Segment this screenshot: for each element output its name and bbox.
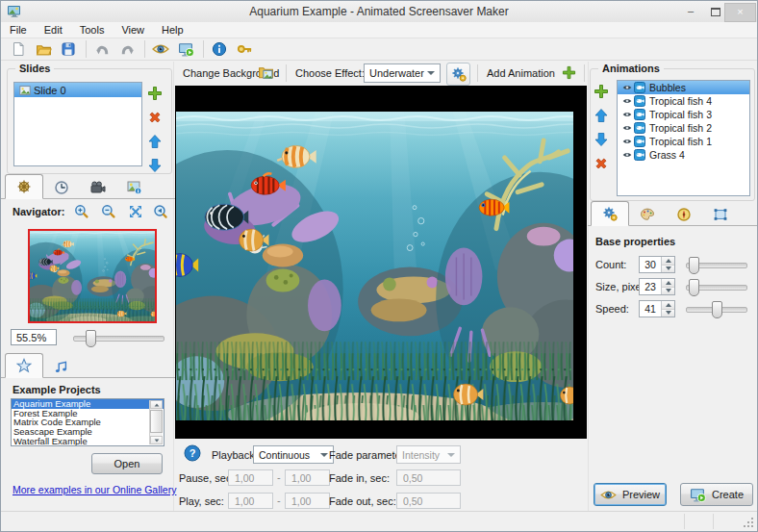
tab-appearance[interactable]: [629, 203, 666, 226]
tab-movement[interactable]: [666, 203, 702, 226]
count-up-button[interactable]: [662, 257, 674, 265]
zoom-slider-thumb[interactable]: [86, 330, 96, 347]
visibility-eye-icon[interactable]: [622, 137, 632, 146]
create-button[interactable]: Create: [680, 483, 753, 506]
effect-settings-button[interactable]: [446, 63, 470, 86]
projects-scrollbar[interactable]: [149, 400, 163, 444]
size-slider[interactable]: [686, 285, 747, 291]
playback-value: Continuous: [259, 449, 310, 461]
save-project-button[interactable]: [57, 39, 80, 59]
open-project-button[interactable]: [32, 39, 55, 59]
animation-list-item[interactable]: Bubbles: [618, 81, 749, 94]
minimize-button[interactable]: –: [680, 4, 701, 19]
license-key-button[interactable]: [233, 39, 256, 59]
title-bar[interactable]: Aquarium Example - Animated Screensaver …: [1, 1, 757, 22]
size-up-button[interactable]: [662, 279, 674, 287]
fit-to-window-icon[interactable]: [128, 204, 143, 219]
speed-up-button[interactable]: [662, 301, 674, 309]
help-icon[interactable]: [184, 444, 201, 462]
navigator-thumbnail[interactable]: [28, 229, 157, 323]
add-animation-list-button[interactable]: [594, 84, 609, 99]
close-button[interactable]: ×: [724, 3, 756, 22]
speed-slider-thumb[interactable]: [712, 301, 722, 318]
visibility-eye-icon[interactable]: [622, 123, 632, 133]
tab-placement[interactable]: [702, 203, 739, 226]
tab-example-projects[interactable]: [5, 353, 43, 378]
create-toolbar-button[interactable]: [174, 39, 197, 59]
menu-tools[interactable]: Tools: [71, 23, 114, 37]
project-list-item[interactable]: Waterfall Example: [12, 436, 164, 445]
menu-edit[interactable]: Edit: [36, 23, 71, 37]
info-button[interactable]: [208, 39, 231, 59]
scroll-up-arrow[interactable]: [150, 400, 163, 409]
slides-list[interactable]: Slide 0: [13, 82, 142, 166]
main-toolbar: [1, 38, 757, 61]
online-gallery-link[interactable]: More examples in our Online Gallery: [13, 484, 176, 495]
visibility-eye-icon[interactable]: [622, 110, 632, 119]
count-spinner[interactable]: 30: [639, 256, 675, 273]
add-animation-plus-button[interactable]: [562, 65, 576, 80]
tab-timing[interactable]: [43, 176, 80, 199]
preview-toolbar-button[interactable]: [149, 39, 172, 59]
animation-list-item[interactable]: Grass 4: [618, 148, 749, 162]
speed-down-button[interactable]: [662, 309, 674, 317]
visibility-eye-icon[interactable]: [622, 83, 632, 92]
save-icon: [61, 41, 76, 57]
tab-base-properties[interactable]: [591, 201, 629, 226]
speed-spinner[interactable]: 41: [639, 300, 675, 317]
count-slider-thumb[interactable]: [689, 257, 699, 274]
visibility-eye-icon[interactable]: [622, 150, 632, 160]
create-monitor-icon: [178, 41, 194, 58]
tab-video[interactable]: [80, 176, 116, 199]
scroll-thumb[interactable]: [150, 410, 163, 433]
count-down-button[interactable]: [662, 265, 674, 273]
resize-grip[interactable]: [744, 518, 755, 529]
move-animation-down-button[interactable]: [594, 132, 609, 147]
delete-animation-button[interactable]: [594, 156, 609, 171]
preview-button[interactable]: Preview: [594, 483, 667, 506]
animations-list[interactable]: Bubbles Tropical fish 4 Tropical fish 3 …: [617, 80, 750, 196]
visibility-eye-icon[interactable]: [622, 96, 632, 106]
redo-button[interactable]: [115, 39, 139, 59]
animation-list-item[interactable]: Tropical fish 3: [618, 108, 749, 121]
preview-canvas[interactable]: [175, 86, 587, 439]
undo-button[interactable]: [90, 39, 114, 59]
scroll-down-arrow[interactable]: [150, 436, 163, 444]
new-document-button[interactable]: [7, 39, 30, 59]
animation-list-item[interactable]: Tropical fish 4: [618, 94, 749, 108]
change-background-button[interactable]: [258, 64, 274, 83]
aquarium-preview-image: [176, 112, 573, 420]
actual-size-icon[interactable]: [153, 204, 168, 219]
speed-slider[interactable]: [686, 307, 747, 313]
slide-list-item[interactable]: Slide 0: [14, 83, 141, 97]
menu-file[interactable]: File: [1, 23, 36, 37]
zoom-in-icon[interactable]: [74, 204, 89, 219]
menu-view[interactable]: View: [113, 23, 153, 37]
count-slider[interactable]: [686, 263, 747, 268]
tab-music[interactable]: [43, 355, 80, 378]
status-divider: [684, 514, 685, 529]
size-slider-thumb[interactable]: [689, 279, 699, 296]
zoom-out-icon[interactable]: [101, 204, 116, 219]
effect-combo[interactable]: Underwater: [364, 63, 441, 83]
move-slide-up-button[interactable]: [147, 134, 163, 149]
maximize-button[interactable]: [704, 4, 725, 19]
slide-label: Slide 0: [34, 85, 66, 96]
move-animation-up-button[interactable]: [594, 108, 609, 123]
size-spinner[interactable]: 23: [639, 278, 675, 295]
open-button[interactable]: Open: [91, 453, 163, 474]
tab-slide-settings[interactable]: [5, 174, 43, 199]
move-slide-down-button[interactable]: [147, 158, 163, 173]
add-slide-button[interactable]: [147, 86, 163, 101]
count-label: Count:: [595, 259, 626, 270]
menu-help[interactable]: Help: [153, 23, 192, 37]
delete-slide-button[interactable]: [147, 110, 163, 125]
animation-list-item[interactable]: Tropical fish 2: [618, 121, 749, 135]
playback-combo[interactable]: Continuous: [253, 445, 334, 464]
example-projects-list[interactable]: Aquarium Example Forest Example Matrix C…: [11, 398, 164, 446]
tab-image[interactable]: [116, 176, 153, 199]
size-down-button[interactable]: [662, 287, 674, 295]
zoom-value-field[interactable]: 55.5%: [11, 329, 57, 345]
animation-list-item[interactable]: Tropical fish 1: [618, 135, 749, 148]
zoom-slider[interactable]: [73, 336, 164, 342]
